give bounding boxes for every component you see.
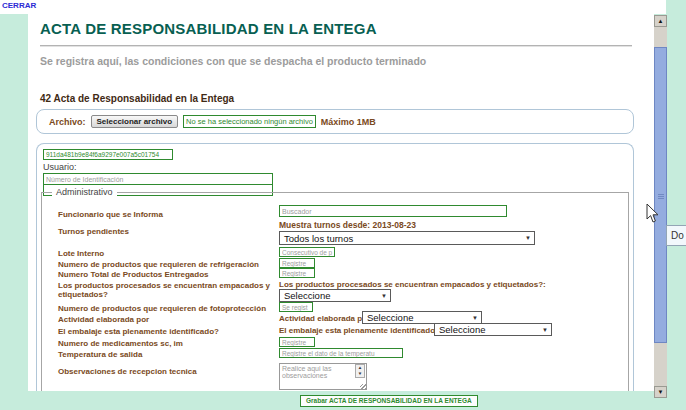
- observaciones-textarea[interactable]: [279, 363, 367, 390]
- funcionario-search-input[interactable]: [279, 205, 507, 217]
- file-max-hint: Máximo 1MB: [321, 117, 376, 127]
- turnos-select[interactable]: Todos los turnos ▼: [279, 231, 535, 245]
- scroll-up-button[interactable]: ▲: [654, 15, 667, 27]
- page-subtitle: Se registra aquí, las condiciones con qu…: [40, 55, 426, 67]
- chevron-down-icon: ▼: [542, 327, 548, 333]
- scroll-up-icon: ▲: [658, 18, 664, 24]
- form-number-heading: 42 Acta de Responsabilidad en la Entega: [40, 93, 234, 104]
- temperatura-label: Temperatura de salida: [58, 350, 276, 359]
- lote-input[interactable]: [279, 247, 335, 257]
- empacados-select[interactable]: Seleccione ▼: [279, 289, 391, 302]
- resize-handle-icon[interactable]: [360, 384, 366, 390]
- embalaje-selected-value: Seleccione: [439, 324, 485, 335]
- refrigeracion-input[interactable]: [279, 258, 315, 268]
- chevron-down-icon: ▼: [472, 315, 478, 321]
- partial-right-button[interactable]: Do: [666, 225, 686, 246]
- total-entregados-label: Numero Total de Productos Entregados: [58, 270, 276, 279]
- medicamentos-label: Numero de medicamentos sc, im: [58, 339, 276, 348]
- fotoproteccion-label: Numero de productos que requieren de fot…: [58, 304, 276, 313]
- close-link[interactable]: CERRAR: [2, 1, 36, 10]
- scrollbar-grip-icon: [658, 194, 664, 199]
- page: { "window": { "close_link": "CERRAR", "p…: [0, 0, 686, 410]
- actividad-label: Actividad elaborada por: [58, 315, 276, 324]
- lote-label: Lote Interno: [58, 249, 276, 258]
- token-input[interactable]: [43, 149, 173, 160]
- scroll-down-icon: ▼: [658, 389, 664, 395]
- chevron-down-icon: ▼: [381, 293, 387, 299]
- submit-button[interactable]: Grabar ACTA DE RESPONSABILIDAD EN LA ENT…: [300, 395, 478, 407]
- empacados-label: Los productos procesados se encuentran e…: [58, 281, 276, 299]
- page-title: ACTA DE RESPONSABILIDAD EN LA ENTEGA: [40, 20, 377, 37]
- user-label: Usuario:: [43, 162, 77, 172]
- spin-down-icon: ▼: [358, 371, 362, 377]
- fieldset-legend: Administrativo: [52, 187, 117, 197]
- total-entregados-input[interactable]: [279, 268, 315, 278]
- user-form-box: Usuario: Administrativo Funcionario que …: [36, 143, 634, 391]
- title-divider: [40, 45, 632, 47]
- actividad-question: Actividad elaborada por :: [279, 314, 375, 323]
- scroll-down-button[interactable]: ▼: [654, 386, 667, 398]
- top-bar: CERRAR: [0, 0, 666, 14]
- turnos-label: Turnos pendientes: [58, 227, 276, 236]
- temperatura-input[interactable]: [279, 348, 403, 358]
- empacados-question: Los productos procesados se encuentran e…: [279, 280, 546, 289]
- medicamentos-input[interactable]: [279, 337, 315, 347]
- chevron-down-icon: ▼: [525, 235, 531, 241]
- select-file-button[interactable]: Seleccionar archivo: [91, 115, 179, 128]
- fotoproteccion-input[interactable]: [279, 302, 313, 312]
- turnos-info-text: Muestra turnos desde: 2013-08-23: [279, 220, 416, 230]
- scrollbar-thumb[interactable]: [654, 47, 667, 343]
- file-upload-label: Archivo:: [49, 117, 86, 127]
- observaciones-label: Observaciones de recepcion tecnica: [58, 367, 276, 376]
- embalaje-label: El embalaje esta plenamente identificado…: [58, 327, 276, 336]
- empacados-selected-value: Seleccione: [284, 290, 330, 301]
- embalaje-select[interactable]: Seleccione ▼: [434, 323, 552, 336]
- funcionario-label: Funcionario que se Informa: [58, 210, 276, 219]
- embalaje-question: El embalaje esta plenamente identificado…: [279, 326, 443, 335]
- file-upload-box: Archivo: Seleccionar archivo No se ha se…: [36, 109, 634, 134]
- textarea-spinner[interactable]: ▲ ▼: [355, 364, 365, 378]
- refrigeracion-label: Numero de productos que requieren de ref…: [58, 260, 276, 269]
- page-scrollbar: ▲ ▼: [654, 15, 667, 398]
- main-panel: ACTA DE RESPONSABILIDAD EN LA ENTEGA Se …: [28, 14, 654, 391]
- scrollbar-track-bottom[interactable]: [654, 343, 667, 386]
- turnos-selected-value: Todos los turnos: [284, 233, 353, 244]
- scrollbar-track-top[interactable]: [654, 27, 667, 47]
- administrativo-fieldset: Administrativo Funcionario que se Inform…: [41, 192, 629, 391]
- actividad-selected-value: Seleccione: [367, 312, 413, 323]
- file-status-text: No se ha seleccionado ningún archivo: [183, 115, 316, 128]
